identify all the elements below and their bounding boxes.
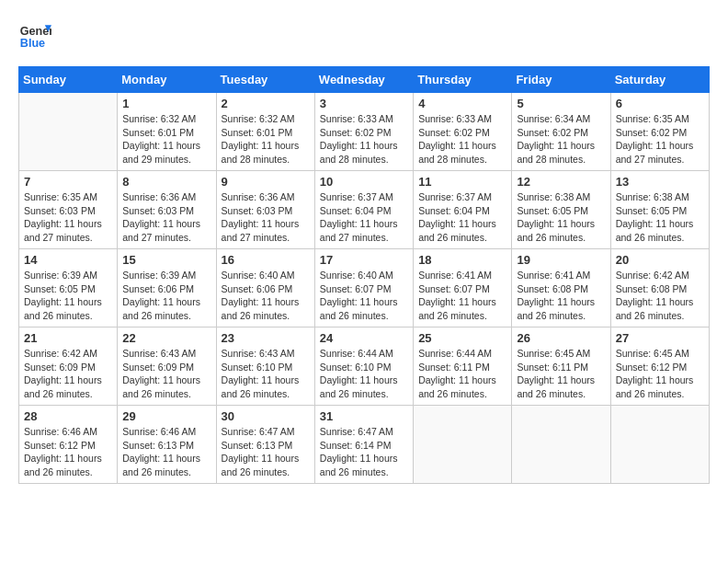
calendar-cell: 6Sunrise: 6:35 AMSunset: 6:02 PMDaylight… [610, 93, 709, 171]
day-number: 5 [517, 97, 605, 110]
day-number: 4 [418, 97, 506, 110]
header-sunday: Sunday [19, 67, 118, 93]
day-info: Sunrise: 6:45 AMSunset: 6:11 PMDaylight:… [517, 347, 605, 401]
logo-icon: General Blue [18, 18, 51, 52]
day-number: 10 [320, 175, 408, 189]
calendar-cell: 3Sunrise: 6:33 AMSunset: 6:02 PMDaylight… [314, 93, 413, 171]
calendar-cell: 1Sunrise: 6:32 AMSunset: 6:01 PMDaylight… [118, 93, 216, 171]
calendar-cell: 30Sunrise: 6:47 AMSunset: 6:13 PMDayligh… [216, 406, 314, 484]
calendar-cell: 7Sunrise: 6:35 AMSunset: 6:03 PMDaylight… [19, 171, 118, 249]
calendar-week-0: 1Sunrise: 6:32 AMSunset: 6:01 PMDaylight… [19, 93, 710, 171]
calendar-cell: 15Sunrise: 6:39 AMSunset: 6:06 PMDayligh… [118, 249, 216, 327]
day-number: 30 [222, 409, 310, 423]
day-number: 29 [122, 409, 210, 423]
calendar-cell: 28Sunrise: 6:46 AMSunset: 6:12 PMDayligh… [19, 406, 118, 484]
calendar-cell: 2Sunrise: 6:32 AMSunset: 6:01 PMDaylight… [216, 93, 314, 171]
header-friday: Friday [512, 67, 610, 93]
header-saturday: Saturday [610, 67, 709, 93]
day-info: Sunrise: 6:38 AMSunset: 6:05 PMDaylight:… [517, 190, 605, 245]
day-number: 9 [222, 175, 310, 189]
day-info: Sunrise: 6:41 AMSunset: 6:08 PMDaylight:… [517, 269, 605, 323]
day-info: Sunrise: 6:32 AMSunset: 6:01 PMDaylight:… [222, 112, 310, 167]
day-number: 13 [616, 175, 704, 189]
day-number: 31 [320, 409, 408, 423]
calendar-cell: 25Sunrise: 6:44 AMSunset: 6:11 PMDayligh… [414, 327, 512, 406]
day-info: Sunrise: 6:38 AMSunset: 6:05 PMDaylight:… [616, 190, 704, 245]
calendar-week-4: 28Sunrise: 6:46 AMSunset: 6:12 PMDayligh… [19, 406, 710, 484]
header-thursday: Thursday [414, 67, 512, 93]
day-number: 15 [122, 253, 210, 267]
day-info: Sunrise: 6:35 AMSunset: 6:02 PMDaylight:… [616, 112, 704, 167]
day-info: Sunrise: 6:40 AMSunset: 6:06 PMDaylight:… [222, 269, 310, 323]
calendar-week-2: 14Sunrise: 6:39 AMSunset: 6:05 PMDayligh… [19, 249, 710, 327]
day-number: 7 [24, 175, 112, 189]
day-number: 23 [222, 331, 310, 345]
day-info: Sunrise: 6:37 AMSunset: 6:04 PMDaylight:… [320, 190, 408, 245]
day-number: 27 [616, 331, 704, 345]
logo: General Blue [18, 18, 55, 52]
calendar-cell: 10Sunrise: 6:37 AMSunset: 6:04 PMDayligh… [314, 171, 413, 249]
day-number: 1 [122, 97, 210, 110]
calendar-cell [19, 93, 118, 171]
day-info: Sunrise: 6:39 AMSunset: 6:05 PMDaylight:… [24, 269, 112, 323]
header-monday: Monday [118, 67, 216, 93]
day-number: 28 [24, 409, 112, 423]
calendar-cell: 26Sunrise: 6:45 AMSunset: 6:11 PMDayligh… [512, 327, 610, 406]
day-info: Sunrise: 6:46 AMSunset: 6:12 PMDaylight:… [24, 425, 112, 479]
header-wednesday: Wednesday [314, 67, 413, 93]
page-header: General Blue [18, 18, 710, 52]
day-info: Sunrise: 6:33 AMSunset: 6:02 PMDaylight:… [418, 112, 506, 167]
svg-text:Blue: Blue [20, 37, 45, 50]
day-number: 2 [222, 97, 310, 110]
day-info: Sunrise: 6:39 AMSunset: 6:06 PMDaylight:… [122, 269, 210, 323]
day-number: 8 [122, 175, 210, 189]
day-info: Sunrise: 6:47 AMSunset: 6:13 PMDaylight:… [222, 425, 310, 479]
day-info: Sunrise: 6:47 AMSunset: 6:14 PMDaylight:… [320, 425, 408, 479]
day-number: 16 [222, 253, 310, 267]
day-number: 3 [320, 97, 408, 110]
day-number: 26 [517, 331, 605, 345]
day-number: 17 [320, 253, 408, 267]
calendar-cell: 4Sunrise: 6:33 AMSunset: 6:02 PMDaylight… [414, 93, 512, 171]
calendar-cell [512, 406, 610, 484]
day-info: Sunrise: 6:46 AMSunset: 6:13 PMDaylight:… [122, 425, 210, 479]
calendar-week-1: 7Sunrise: 6:35 AMSunset: 6:03 PMDaylight… [19, 171, 710, 249]
calendar-week-3: 21Sunrise: 6:42 AMSunset: 6:09 PMDayligh… [19, 327, 710, 406]
calendar-cell: 11Sunrise: 6:37 AMSunset: 6:04 PMDayligh… [414, 171, 512, 249]
day-info: Sunrise: 6:41 AMSunset: 6:07 PMDaylight:… [418, 269, 506, 323]
day-info: Sunrise: 6:42 AMSunset: 6:08 PMDaylight:… [616, 269, 704, 323]
day-info: Sunrise: 6:32 AMSunset: 6:01 PMDaylight:… [122, 112, 210, 167]
day-number: 14 [24, 253, 112, 267]
calendar-cell: 8Sunrise: 6:36 AMSunset: 6:03 PMDaylight… [118, 171, 216, 249]
calendar-cell [610, 406, 709, 484]
calendar-cell [414, 406, 512, 484]
day-info: Sunrise: 6:40 AMSunset: 6:07 PMDaylight:… [320, 269, 408, 323]
calendar: SundayMondayTuesdayWednesdayThursdayFrid… [18, 66, 710, 484]
calendar-cell: 16Sunrise: 6:40 AMSunset: 6:06 PMDayligh… [216, 249, 314, 327]
calendar-cell: 17Sunrise: 6:40 AMSunset: 6:07 PMDayligh… [314, 249, 413, 327]
calendar-cell: 29Sunrise: 6:46 AMSunset: 6:13 PMDayligh… [118, 406, 216, 484]
day-number: 19 [517, 253, 605, 267]
day-number: 21 [24, 331, 112, 345]
calendar-cell: 24Sunrise: 6:44 AMSunset: 6:10 PMDayligh… [314, 327, 413, 406]
day-info: Sunrise: 6:45 AMSunset: 6:12 PMDaylight:… [616, 347, 704, 401]
day-info: Sunrise: 6:35 AMSunset: 6:03 PMDaylight:… [24, 190, 112, 245]
day-number: 20 [616, 253, 704, 267]
day-number: 24 [320, 331, 408, 345]
calendar-cell: 23Sunrise: 6:43 AMSunset: 6:10 PMDayligh… [216, 327, 314, 406]
day-number: 12 [517, 175, 605, 189]
day-info: Sunrise: 6:36 AMSunset: 6:03 PMDaylight:… [122, 190, 210, 245]
day-number: 6 [616, 97, 704, 110]
calendar-cell: 21Sunrise: 6:42 AMSunset: 6:09 PMDayligh… [19, 327, 118, 406]
day-info: Sunrise: 6:36 AMSunset: 6:03 PMDaylight:… [222, 190, 310, 245]
calendar-cell: 20Sunrise: 6:42 AMSunset: 6:08 PMDayligh… [610, 249, 709, 327]
calendar-cell: 22Sunrise: 6:43 AMSunset: 6:09 PMDayligh… [118, 327, 216, 406]
calendar-cell: 9Sunrise: 6:36 AMSunset: 6:03 PMDaylight… [216, 171, 314, 249]
calendar-cell: 27Sunrise: 6:45 AMSunset: 6:12 PMDayligh… [610, 327, 709, 406]
header-tuesday: Tuesday [216, 67, 314, 93]
calendar-cell: 5Sunrise: 6:34 AMSunset: 6:02 PMDaylight… [512, 93, 610, 171]
calendar-cell: 18Sunrise: 6:41 AMSunset: 6:07 PMDayligh… [414, 249, 512, 327]
calendar-cell: 14Sunrise: 6:39 AMSunset: 6:05 PMDayligh… [19, 249, 118, 327]
day-number: 11 [418, 175, 506, 189]
calendar-cell: 19Sunrise: 6:41 AMSunset: 6:08 PMDayligh… [512, 249, 610, 327]
